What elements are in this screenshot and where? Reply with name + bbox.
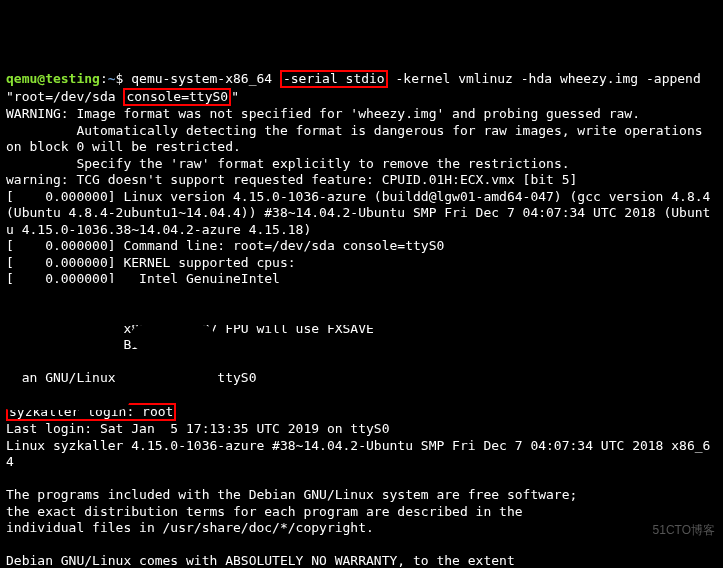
output-line: [ 0.000000] Linux version 4.15.0-1036-az… [6,189,718,237]
cmd-part1: qemu-system-x86_64 [131,71,280,86]
output-line: Linux syzkaller 4.15.0-1036-azure #38~14… [6,438,710,470]
cmd-part3: " [231,89,239,104]
output-line: warning: TCG doesn't support requested f… [6,172,577,187]
watermark-text: 51CTO博客 [653,522,715,539]
highlight-console-ttys0: console=ttyS0 [123,88,231,106]
output-line: the exact distribution terms for each pr… [6,504,523,519]
prompt-colon: : [100,71,108,86]
output-line: [ 0.000000] Command line: root=/dev/sda … [6,238,444,253]
redaction-brush [130,325,215,350]
prompt-path: ~ [108,71,116,86]
redaction-brush [0,388,130,410]
output-line: Automatically detecting the format is da… [6,123,710,155]
redaction-brush [395,270,685,310]
output-line: [ 0.000000] KERNEL supported cpus: [6,255,296,270]
output-line: Last login: Sat Jan 5 17:13:35 UTC 2019 … [6,421,390,436]
redaction-brush [0,320,120,350]
output-line: Specify the 'raw' format explicitly to r… [6,156,570,171]
redaction-brush [0,283,430,325]
prompt-user-host: qemu@testing [6,71,100,86]
output-line: Debian GNU/Linux comes with ABSOLUTELY N… [6,553,515,568]
redaction-brush [0,355,50,375]
output-line: individual files in /usr/share/doc/*/cop… [6,520,374,535]
output-line: WARNING: Image format was not specified … [6,106,640,121]
highlight-serial-stdio: -serial stdio [280,70,388,88]
output-line: The programs included with the Debian GN… [6,487,577,502]
